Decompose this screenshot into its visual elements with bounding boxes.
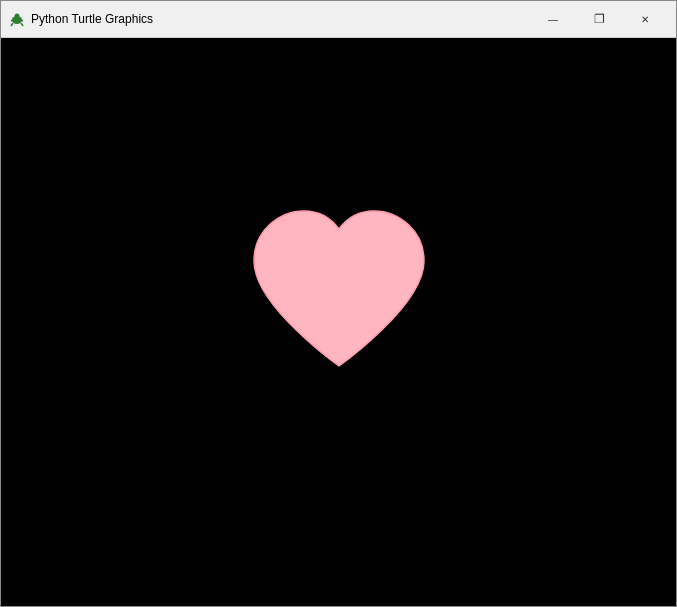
title-bar: Python Turtle Graphics — ❐ ✕ bbox=[1, 1, 676, 38]
heart-icon bbox=[234, 196, 444, 386]
turtle-canvas bbox=[1, 38, 676, 606]
heart-shape-container bbox=[234, 196, 444, 390]
svg-line-5 bbox=[21, 20, 23, 21]
svg-line-3 bbox=[21, 23, 23, 26]
window-controls: — ❐ ✕ bbox=[530, 4, 668, 34]
maximize-button[interactable]: ❐ bbox=[576, 4, 622, 34]
svg-line-4 bbox=[11, 20, 13, 21]
main-window: Python Turtle Graphics — ❐ ✕ bbox=[0, 0, 677, 607]
close-button[interactable]: ✕ bbox=[622, 4, 668, 34]
app-icon bbox=[9, 11, 25, 27]
window-title: Python Turtle Graphics bbox=[31, 12, 530, 26]
svg-line-2 bbox=[11, 23, 13, 26]
minimize-button[interactable]: — bbox=[530, 4, 576, 34]
svg-point-1 bbox=[15, 14, 20, 19]
